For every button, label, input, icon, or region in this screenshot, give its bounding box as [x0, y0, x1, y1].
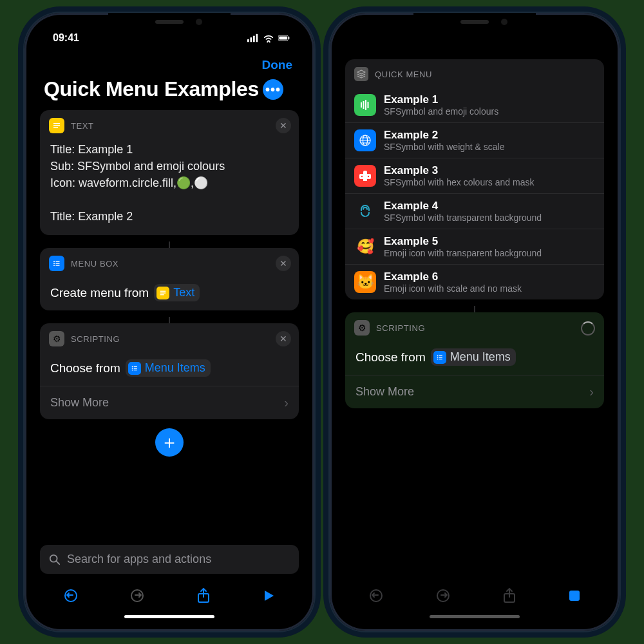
- menu-item-icon: 🥰: [354, 236, 376, 258]
- screen-right: QUICK MENU Example 1 SFSymbol and emoji …: [336, 19, 613, 625]
- scripting-label: SCRIPTING: [71, 334, 120, 344]
- svg-point-10: [53, 261, 55, 262]
- quick-menu-label: QUICK MENU: [375, 70, 432, 79]
- svg-point-41: [437, 355, 438, 356]
- menu-item[interactable]: Example 2 SFSymbol with weight & scale: [345, 122, 604, 158]
- home-indicator[interactable]: [124, 615, 214, 618]
- svg-rect-13: [56, 263, 60, 264]
- toolbar: [31, 579, 308, 612]
- stop-button[interactable]: [568, 589, 581, 602]
- scripting-card[interactable]: ⚙︎ SCRIPTING ✕ Choose from Menu Items Sh…: [40, 323, 299, 419]
- svg-point-25: [50, 554, 57, 562]
- menu-item-icon: 🐱: [354, 271, 376, 293]
- menu-item-title: Example 6: [384, 270, 522, 283]
- close-icon[interactable]: ✕: [276, 256, 291, 271]
- menu-item[interactable]: Example 4 SFSymbol with transparent back…: [345, 193, 604, 229]
- text-icon: [156, 287, 169, 299]
- svg-rect-30: [361, 102, 362, 108]
- undo-button[interactable]: [368, 588, 384, 603]
- svg-rect-1: [251, 37, 252, 42]
- search-icon: [49, 554, 61, 565]
- close-icon[interactable]: ✕: [276, 331, 291, 346]
- battery-icon: [278, 33, 290, 43]
- menuitems-variable-pill[interactable]: Menu Items: [431, 348, 516, 366]
- menubox-action-text: Create menu from: [50, 286, 149, 300]
- menu-item-title: Example 1: [384, 93, 498, 106]
- status-time: 09:41: [53, 32, 79, 44]
- stack-icon: [354, 67, 368, 81]
- spinner-icon: [581, 321, 595, 336]
- page-title: Quick Menu Examples: [44, 77, 259, 101]
- menu-item-icon: [354, 94, 376, 116]
- shortcut-content: TEXT ✕ Title: Example 1 Sub: SFSymbol an…: [31, 108, 308, 538]
- menu-item-subtitle: Emoji icon with scale and no mask: [384, 283, 522, 294]
- svg-point-12: [53, 263, 55, 264]
- text-card-body[interactable]: Title: Example 1 Sub: SFSymbol and emoji…: [40, 140, 299, 235]
- screen-left: 09:41 Done Quick Menu Examples ••• TEXT …: [31, 19, 308, 625]
- menu-item[interactable]: 🐱 Example 6 Emoji icon with scale and no…: [345, 264, 604, 299]
- svg-rect-33: [368, 102, 369, 108]
- gear-icon: ⚙︎: [49, 331, 64, 346]
- menu-item-subtitle: Emoji icon with transparent background: [384, 248, 542, 258]
- menu-item[interactable]: Example 1 SFSymbol and emoji colours: [345, 88, 604, 122]
- svg-rect-44: [439, 357, 442, 357]
- menubox-card[interactable]: MENU BOX ✕ Create menu from Text: [40, 248, 299, 310]
- menu-item-title: Example 5: [384, 235, 542, 248]
- share-button[interactable]: [196, 587, 211, 604]
- home-indicator[interactable]: [430, 615, 520, 618]
- signal-icon: [247, 33, 259, 43]
- add-action-button[interactable]: ＋: [155, 428, 184, 457]
- search-input[interactable]: Search for apps and actions: [40, 545, 299, 574]
- svg-rect-9: [53, 127, 58, 128]
- redo-button[interactable]: [435, 588, 451, 603]
- menu-item-icon: [354, 200, 376, 222]
- text-variable-pill[interactable]: Text: [154, 284, 200, 301]
- share-button[interactable]: [502, 587, 516, 604]
- svg-rect-17: [160, 292, 166, 293]
- gear-icon: ⚙︎: [354, 320, 370, 336]
- svg-rect-16: [160, 291, 166, 292]
- scripting-action-text: Choose from: [50, 361, 120, 375]
- undo-button[interactable]: [63, 588, 79, 603]
- svg-rect-3: [256, 34, 258, 43]
- svg-point-23: [131, 370, 133, 371]
- text-card[interactable]: TEXT ✕ Title: Example 1 Sub: SFSymbol an…: [40, 110, 299, 235]
- svg-rect-11: [56, 261, 60, 262]
- search-placeholder: Search for apps and actions: [67, 553, 211, 566]
- show-more-row[interactable]: Show More ›: [345, 375, 604, 408]
- menu-item-subtitle: SFSymbol with transparent background: [384, 213, 542, 223]
- scripting-card-running: ⚙︎ SCRIPTING Choose from Menu Items Show…: [345, 312, 604, 408]
- list-icon: [433, 351, 446, 364]
- done-button[interactable]: Done: [262, 58, 293, 71]
- svg-rect-5: [279, 36, 287, 39]
- svg-point-40: [368, 176, 369, 177]
- menu-item-subtitle: SFSymbol and emoji colours: [384, 106, 498, 117]
- scripting-action-text: Choose from: [355, 350, 426, 365]
- svg-rect-31: [363, 101, 365, 109]
- close-icon[interactable]: ✕: [276, 118, 291, 133]
- svg-rect-15: [56, 265, 60, 266]
- menuitems-variable-pill[interactable]: Menu Items: [126, 359, 211, 377]
- phone-left: 09:41 Done Quick Menu Examples ••• TEXT …: [24, 13, 314, 631]
- more-button[interactable]: •••: [263, 79, 283, 100]
- toolbar: [336, 579, 613, 612]
- svg-rect-18: [160, 294, 164, 295]
- show-more-row[interactable]: Show More ›: [40, 386, 299, 419]
- menu-item[interactable]: 🥰 Example 5 Emoji icon with transparent …: [345, 229, 604, 264]
- menu-item-title: Example 4: [384, 200, 542, 213]
- notch: [413, 13, 536, 31]
- svg-point-45: [437, 358, 438, 359]
- menu-item-subtitle: SFSymbol with hex colours and mask: [384, 177, 534, 187]
- svg-rect-6: [289, 37, 289, 39]
- svg-rect-46: [439, 358, 442, 359]
- notch: [108, 13, 231, 31]
- play-button[interactable]: [261, 589, 276, 603]
- svg-rect-24: [133, 370, 137, 370]
- svg-rect-50: [569, 591, 580, 601]
- redo-button[interactable]: [129, 588, 145, 603]
- svg-rect-0: [247, 39, 249, 43]
- quick-menu-panel: QUICK MENU Example 1 SFSymbol and emoji …: [345, 59, 604, 299]
- svg-rect-8: [53, 125, 60, 126]
- menu-item[interactable]: Example 3 SFSymbol with hex colours and …: [345, 158, 604, 193]
- text-icon: [49, 118, 64, 133]
